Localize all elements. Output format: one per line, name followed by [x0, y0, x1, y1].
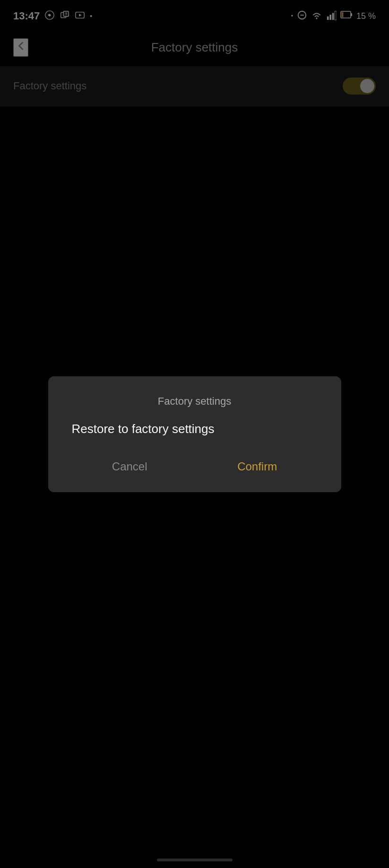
dialog-buttons: Cancel Confirm [67, 451, 322, 478]
dialog-overlay: Factory settings Restore to factory sett… [0, 0, 389, 868]
dialog-message: Restore to factory settings [67, 422, 322, 436]
cancel-button[interactable]: Cancel [93, 455, 166, 478]
confirm-button[interactable]: Confirm [218, 455, 296, 478]
dialog-title: Factory settings [158, 395, 231, 408]
dialog: Factory settings Restore to factory sett… [48, 376, 341, 492]
